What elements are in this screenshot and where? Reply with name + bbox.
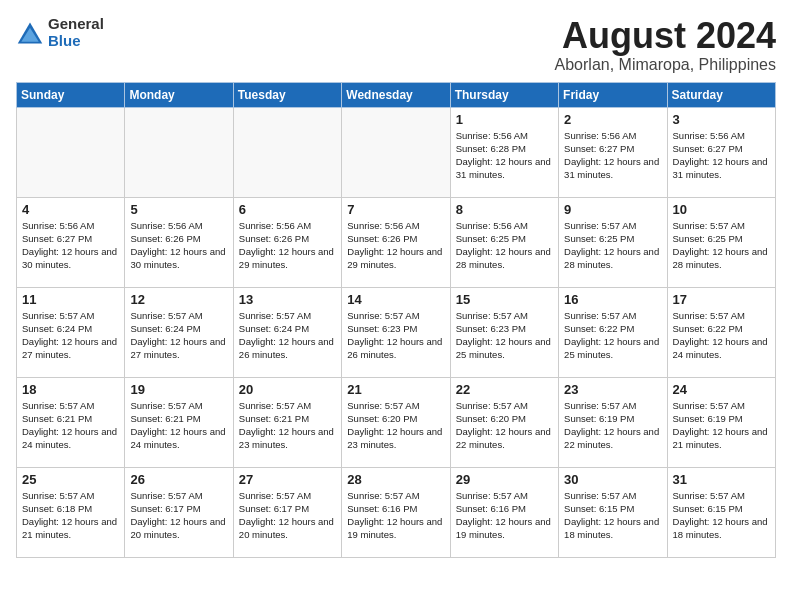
calendar-cell: 9Sunrise: 5:57 AM Sunset: 6:25 PM Daylig…	[559, 197, 667, 287]
day-info: Sunrise: 5:57 AM Sunset: 6:17 PM Dayligh…	[239, 489, 336, 542]
calendar-cell: 21Sunrise: 5:57 AM Sunset: 6:20 PM Dayli…	[342, 377, 450, 467]
day-number: 20	[239, 382, 336, 397]
weekday-header: Monday	[125, 82, 233, 107]
day-number: 29	[456, 472, 553, 487]
day-number: 9	[564, 202, 661, 217]
calendar-cell: 4Sunrise: 5:56 AM Sunset: 6:27 PM Daylig…	[17, 197, 125, 287]
calendar-cell: 15Sunrise: 5:57 AM Sunset: 6:23 PM Dayli…	[450, 287, 558, 377]
weekday-header: Saturday	[667, 82, 775, 107]
day-info: Sunrise: 5:57 AM Sunset: 6:20 PM Dayligh…	[456, 399, 553, 452]
calendar-cell: 7Sunrise: 5:56 AM Sunset: 6:26 PM Daylig…	[342, 197, 450, 287]
day-number: 25	[22, 472, 119, 487]
calendar-cell: 8Sunrise: 5:56 AM Sunset: 6:25 PM Daylig…	[450, 197, 558, 287]
day-info: Sunrise: 5:57 AM Sunset: 6:17 PM Dayligh…	[130, 489, 227, 542]
day-number: 3	[673, 112, 770, 127]
day-number: 27	[239, 472, 336, 487]
calendar-cell	[233, 107, 341, 197]
day-info: Sunrise: 5:57 AM Sunset: 6:18 PM Dayligh…	[22, 489, 119, 542]
day-info: Sunrise: 5:56 AM Sunset: 6:25 PM Dayligh…	[456, 219, 553, 272]
calendar-cell: 18Sunrise: 5:57 AM Sunset: 6:21 PM Dayli…	[17, 377, 125, 467]
calendar-cell	[125, 107, 233, 197]
calendar-table: SundayMondayTuesdayWednesdayThursdayFrid…	[16, 82, 776, 558]
calendar-cell: 13Sunrise: 5:57 AM Sunset: 6:24 PM Dayli…	[233, 287, 341, 377]
day-info: Sunrise: 5:56 AM Sunset: 6:28 PM Dayligh…	[456, 129, 553, 182]
day-info: Sunrise: 5:57 AM Sunset: 6:16 PM Dayligh…	[347, 489, 444, 542]
day-number: 28	[347, 472, 444, 487]
day-number: 17	[673, 292, 770, 307]
day-info: Sunrise: 5:56 AM Sunset: 6:26 PM Dayligh…	[239, 219, 336, 272]
day-info: Sunrise: 5:57 AM Sunset: 6:21 PM Dayligh…	[130, 399, 227, 452]
day-info: Sunrise: 5:57 AM Sunset: 6:23 PM Dayligh…	[347, 309, 444, 362]
calendar-cell: 24Sunrise: 5:57 AM Sunset: 6:19 PM Dayli…	[667, 377, 775, 467]
calendar-cell: 23Sunrise: 5:57 AM Sunset: 6:19 PM Dayli…	[559, 377, 667, 467]
logo-icon	[16, 19, 44, 47]
day-number: 13	[239, 292, 336, 307]
day-info: Sunrise: 5:57 AM Sunset: 6:22 PM Dayligh…	[564, 309, 661, 362]
day-info: Sunrise: 5:57 AM Sunset: 6:25 PM Dayligh…	[564, 219, 661, 272]
day-info: Sunrise: 5:56 AM Sunset: 6:27 PM Dayligh…	[673, 129, 770, 182]
day-number: 26	[130, 472, 227, 487]
page-header: General Blue August 2024 Aborlan, Mimaro…	[16, 16, 776, 74]
logo-general: General	[48, 16, 104, 33]
day-number: 18	[22, 382, 119, 397]
calendar-week-row: 1Sunrise: 5:56 AM Sunset: 6:28 PM Daylig…	[17, 107, 776, 197]
calendar-week-row: 18Sunrise: 5:57 AM Sunset: 6:21 PM Dayli…	[17, 377, 776, 467]
title-block: August 2024 Aborlan, Mimaropa, Philippin…	[555, 16, 776, 74]
day-info: Sunrise: 5:57 AM Sunset: 6:19 PM Dayligh…	[673, 399, 770, 452]
day-number: 23	[564, 382, 661, 397]
weekday-header: Tuesday	[233, 82, 341, 107]
day-number: 14	[347, 292, 444, 307]
day-info: Sunrise: 5:57 AM Sunset: 6:25 PM Dayligh…	[673, 219, 770, 272]
calendar-cell: 1Sunrise: 5:56 AM Sunset: 6:28 PM Daylig…	[450, 107, 558, 197]
day-number: 4	[22, 202, 119, 217]
day-number: 2	[564, 112, 661, 127]
day-info: Sunrise: 5:56 AM Sunset: 6:26 PM Dayligh…	[347, 219, 444, 272]
day-number: 16	[564, 292, 661, 307]
calendar-cell: 14Sunrise: 5:57 AM Sunset: 6:23 PM Dayli…	[342, 287, 450, 377]
day-number: 19	[130, 382, 227, 397]
calendar-title: August 2024	[555, 16, 776, 56]
calendar-cell: 6Sunrise: 5:56 AM Sunset: 6:26 PM Daylig…	[233, 197, 341, 287]
calendar-cell	[17, 107, 125, 197]
weekday-header: Thursday	[450, 82, 558, 107]
logo: General Blue	[16, 16, 104, 49]
calendar-cell: 31Sunrise: 5:57 AM Sunset: 6:15 PM Dayli…	[667, 467, 775, 557]
logo-blue: Blue	[48, 33, 104, 50]
day-number: 31	[673, 472, 770, 487]
day-info: Sunrise: 5:57 AM Sunset: 6:21 PM Dayligh…	[239, 399, 336, 452]
logo-text: General Blue	[48, 16, 104, 49]
calendar-cell: 22Sunrise: 5:57 AM Sunset: 6:20 PM Dayli…	[450, 377, 558, 467]
day-info: Sunrise: 5:57 AM Sunset: 6:19 PM Dayligh…	[564, 399, 661, 452]
calendar-cell: 11Sunrise: 5:57 AM Sunset: 6:24 PM Dayli…	[17, 287, 125, 377]
calendar-cell: 20Sunrise: 5:57 AM Sunset: 6:21 PM Dayli…	[233, 377, 341, 467]
day-number: 7	[347, 202, 444, 217]
calendar-cell: 16Sunrise: 5:57 AM Sunset: 6:22 PM Dayli…	[559, 287, 667, 377]
calendar-cell: 27Sunrise: 5:57 AM Sunset: 6:17 PM Dayli…	[233, 467, 341, 557]
day-number: 12	[130, 292, 227, 307]
weekday-header: Wednesday	[342, 82, 450, 107]
weekday-header: Sunday	[17, 82, 125, 107]
day-info: Sunrise: 5:57 AM Sunset: 6:24 PM Dayligh…	[239, 309, 336, 362]
weekday-header: Friday	[559, 82, 667, 107]
day-info: Sunrise: 5:57 AM Sunset: 6:24 PM Dayligh…	[22, 309, 119, 362]
day-number: 11	[22, 292, 119, 307]
day-number: 5	[130, 202, 227, 217]
calendar-cell: 10Sunrise: 5:57 AM Sunset: 6:25 PM Dayli…	[667, 197, 775, 287]
calendar-cell: 19Sunrise: 5:57 AM Sunset: 6:21 PM Dayli…	[125, 377, 233, 467]
calendar-cell: 12Sunrise: 5:57 AM Sunset: 6:24 PM Dayli…	[125, 287, 233, 377]
day-info: Sunrise: 5:56 AM Sunset: 6:26 PM Dayligh…	[130, 219, 227, 272]
day-info: Sunrise: 5:57 AM Sunset: 6:15 PM Dayligh…	[673, 489, 770, 542]
calendar-cell: 25Sunrise: 5:57 AM Sunset: 6:18 PM Dayli…	[17, 467, 125, 557]
day-number: 8	[456, 202, 553, 217]
day-number: 21	[347, 382, 444, 397]
day-info: Sunrise: 5:57 AM Sunset: 6:20 PM Dayligh…	[347, 399, 444, 452]
day-info: Sunrise: 5:57 AM Sunset: 6:24 PM Dayligh…	[130, 309, 227, 362]
day-info: Sunrise: 5:56 AM Sunset: 6:27 PM Dayligh…	[564, 129, 661, 182]
calendar-subtitle: Aborlan, Mimaropa, Philippines	[555, 56, 776, 74]
calendar-cell: 26Sunrise: 5:57 AM Sunset: 6:17 PM Dayli…	[125, 467, 233, 557]
day-number: 15	[456, 292, 553, 307]
calendar-cell: 28Sunrise: 5:57 AM Sunset: 6:16 PM Dayli…	[342, 467, 450, 557]
day-info: Sunrise: 5:57 AM Sunset: 6:16 PM Dayligh…	[456, 489, 553, 542]
calendar-cell: 30Sunrise: 5:57 AM Sunset: 6:15 PM Dayli…	[559, 467, 667, 557]
day-number: 30	[564, 472, 661, 487]
